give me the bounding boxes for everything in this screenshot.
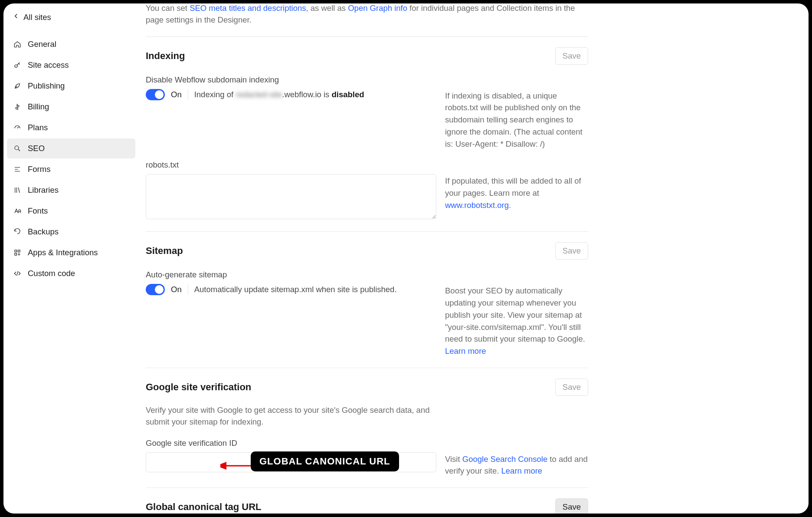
link-google-console[interactable]: Google Search Console <box>462 454 547 464</box>
intro-prefix: You can set <box>146 3 190 13</box>
google-title: Google site verification <box>146 382 251 393</box>
nav-label: Fonts <box>28 206 48 216</box>
house-icon <box>13 40 22 49</box>
nav-label: Backups <box>28 227 59 237</box>
link-seo-meta[interactable]: SEO meta titles and descriptions <box>190 3 306 13</box>
toggle-auto-sitemap[interactable] <box>146 284 165 295</box>
google-id-label: Google site verification ID <box>146 438 588 448</box>
nav-label: Libraries <box>28 185 59 195</box>
back-label: All sites <box>23 13 51 22</box>
sitemap-note: Boost your SEO by automatically updating… <box>445 284 588 357</box>
canonical-title: Global canonical tag URL <box>146 501 261 513</box>
back-all-sites[interactable]: All sites <box>7 9 135 26</box>
apps-icon <box>13 248 22 257</box>
nav-apps[interactable]: Apps & Integrations <box>7 243 135 263</box>
nav-fonts[interactable]: Fonts <box>7 201 135 221</box>
app-frame: All sites General Site access Publishing… <box>3 3 809 514</box>
arrow-left-icon <box>12 12 20 22</box>
svg-rect-2 <box>15 250 17 252</box>
disable-subdomain-label: Disable Webflow subdomain indexing <box>146 75 588 85</box>
sitemap-title: Sitemap <box>146 245 183 257</box>
nav-publishing[interactable]: Publishing <box>7 76 135 96</box>
sidebar: All sites General Site access Publishing… <box>3 3 139 290</box>
sidebar-nav: General Site access Publishing Billing P… <box>7 34 135 283</box>
nav-label: Forms <box>28 165 50 174</box>
nav-billing[interactable]: Billing <box>7 97 135 117</box>
undo-icon <box>13 227 22 236</box>
svg-rect-3 <box>18 250 20 252</box>
auto-sitemap-label: Auto-generate sitemap <box>146 270 588 280</box>
sitemap-save-button[interactable]: Save <box>555 242 588 260</box>
link-google-learn[interactable]: Learn more <box>501 466 543 475</box>
link-robotstxt[interactable]: www.robotstxt.org <box>445 201 509 210</box>
divider <box>188 284 188 295</box>
robots-textarea[interactable] <box>146 174 436 219</box>
intro-mid: , as well as <box>306 3 348 13</box>
nav-forms[interactable]: Forms <box>7 159 135 179</box>
font-icon <box>13 207 22 215</box>
nav-label: Apps & Integrations <box>28 248 98 257</box>
libraries-icon <box>13 186 22 194</box>
toggle-disable-indexing[interactable] <box>146 89 165 100</box>
code-icon <box>13 269 22 278</box>
nav-site-access[interactable]: Site access <box>7 55 135 75</box>
section-canonical: Global canonical tag URL Save Set a glob… <box>146 487 588 514</box>
nav-seo[interactable]: SEO <box>7 138 135 158</box>
google-desc: Verify your site with Google to get acce… <box>146 405 441 428</box>
nav-general[interactable]: General <box>7 34 135 54</box>
toggle-state: On <box>171 285 182 294</box>
toggle-state: On <box>171 90 182 99</box>
nav-label: Billing <box>28 102 49 112</box>
nav-label: Custom code <box>28 269 75 278</box>
robots-label: robots.txt <box>146 160 588 170</box>
nav-libraries[interactable]: Libraries <box>7 180 135 200</box>
nav-label: SEO <box>28 144 45 153</box>
nav-label: General <box>28 40 56 49</box>
gauge-icon <box>13 123 22 132</box>
rocket-icon <box>13 82 22 90</box>
divider <box>188 89 188 100</box>
svg-rect-4 <box>15 254 17 256</box>
robots-note: If populated, this will be added to all … <box>445 174 588 211</box>
indexing-desc: Indexing of redacted-site.webflow.io is … <box>194 90 364 99</box>
link-sitemap-learn[interactable]: Learn more <box>445 346 486 356</box>
search-icon <box>13 144 22 153</box>
nav-label: Publishing <box>28 81 65 91</box>
main-content: You can set SEO meta titles and descript… <box>141 3 809 514</box>
indexing-save-button[interactable]: Save <box>555 47 588 65</box>
section-indexing: Indexing Save Disable Webflow subdomain … <box>146 36 588 221</box>
google-note: Visit Google Search Console to add and v… <box>445 452 588 477</box>
canonical-save-button[interactable]: Save <box>555 498 588 514</box>
key-icon <box>13 61 22 69</box>
section-google-verification: Google site verification Save Verify you… <box>146 368 588 477</box>
svg-point-1 <box>15 146 19 150</box>
dollar-icon <box>13 102 22 111</box>
section-sitemap: Sitemap Save Auto-generate sitemap On Au… <box>146 231 588 357</box>
indexing-title: Indexing <box>146 50 185 62</box>
google-save-button[interactable]: Save <box>555 379 588 396</box>
link-opengraph[interactable]: Open Graph info <box>348 3 407 13</box>
intro-text: You can set SEO meta titles and descript… <box>146 3 588 26</box>
svg-point-0 <box>15 65 17 67</box>
form-icon <box>13 165 22 174</box>
nav-plans[interactable]: Plans <box>7 118 135 138</box>
nav-label: Site access <box>28 60 69 70</box>
indexing-note: If indexing is disabled, a unique robots… <box>445 89 588 150</box>
nav-backups[interactable]: Backups <box>7 222 135 242</box>
nav-custom-code[interactable]: Custom code <box>7 263 135 283</box>
nav-label: Plans <box>28 123 48 132</box>
sitemap-desc: Automatically update sitemap.xml when si… <box>194 285 397 294</box>
google-verification-input[interactable] <box>146 452 436 472</box>
